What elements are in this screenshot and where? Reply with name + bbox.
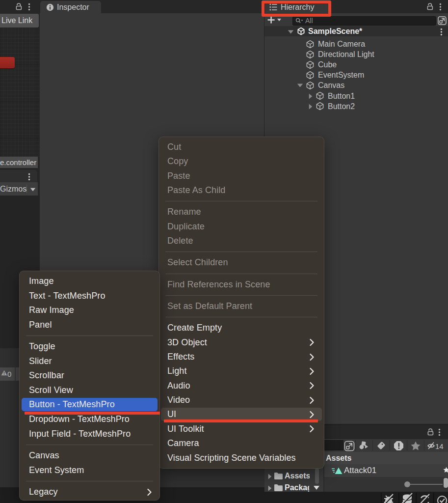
svg-text:14: 14 [435, 442, 444, 450]
